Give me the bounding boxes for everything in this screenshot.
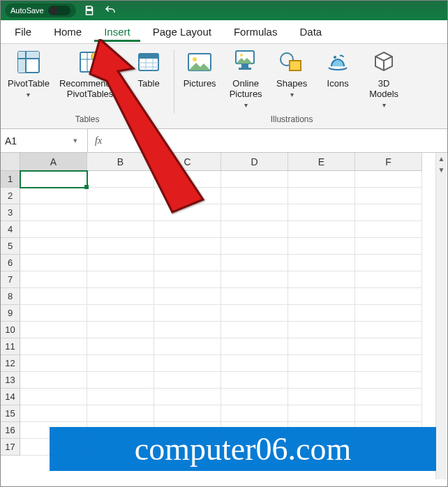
cell[interactable] (288, 372, 355, 389)
col-header-A[interactable]: A (20, 153, 87, 171)
vertical-scrollbar[interactable]: ▲ ▼ (435, 153, 447, 479)
recommended-pivottables-button[interactable]: Recommended PivotTables (59, 48, 121, 100)
cell[interactable] (87, 338, 154, 355)
cell[interactable] (154, 238, 221, 255)
cell[interactable] (154, 405, 221, 422)
cell[interactable] (288, 338, 355, 355)
tab-formulas[interactable]: Formulas (224, 22, 288, 42)
cell[interactable] (288, 271, 355, 288)
cell[interactable] (87, 288, 154, 305)
cell[interactable] (20, 405, 87, 422)
tab-data[interactable]: Data (290, 22, 331, 42)
save-icon[interactable] (82, 3, 97, 18)
cell[interactable] (221, 188, 288, 204)
cell[interactable] (221, 389, 288, 405)
row-header[interactable]: 12 (1, 355, 20, 372)
cell[interactable] (355, 338, 422, 355)
row-header[interactable]: 16 (1, 422, 20, 439)
3d-models-button[interactable]: 3D Models ▾ (366, 48, 402, 109)
pivottable-button[interactable]: PivotTable ▾ (8, 48, 50, 100)
cell[interactable] (154, 188, 221, 204)
icons-button[interactable]: Icons (320, 48, 356, 109)
cell[interactable] (154, 338, 221, 355)
cell[interactable] (87, 204, 154, 221)
cell[interactable] (87, 171, 154, 188)
cell[interactable] (221, 305, 288, 322)
cell[interactable] (288, 238, 355, 255)
cell[interactable] (221, 338, 288, 355)
table-button[interactable]: Table (130, 48, 167, 100)
cell[interactable] (221, 372, 288, 389)
cell[interactable] (20, 322, 87, 338)
cell[interactable] (288, 171, 355, 188)
cell[interactable] (154, 204, 221, 221)
row-header[interactable]: 14 (1, 389, 20, 405)
col-header-F[interactable]: F (355, 153, 422, 171)
tab-file[interactable]: File (5, 22, 41, 42)
cell[interactable] (20, 271, 87, 288)
fx-icon[interactable]: fx (88, 135, 109, 147)
cell[interactable] (87, 372, 154, 389)
row-header[interactable]: 8 (1, 288, 20, 305)
row-header[interactable]: 9 (1, 305, 20, 322)
cell[interactable] (288, 305, 355, 322)
cell[interactable] (288, 322, 355, 338)
cell[interactable] (20, 305, 87, 322)
cell[interactable] (20, 355, 87, 372)
cell[interactable] (154, 355, 221, 372)
cell[interactable] (288, 221, 355, 238)
cell[interactable] (87, 238, 154, 255)
cell[interactable] (20, 171, 87, 188)
pictures-button[interactable]: Pictures (181, 48, 218, 109)
online-pictures-button[interactable]: Online Pictures ▾ (227, 48, 264, 109)
cell[interactable] (87, 389, 154, 405)
row-header[interactable]: 2 (1, 188, 20, 204)
cell[interactable] (221, 288, 288, 305)
cell[interactable] (355, 238, 422, 255)
cell[interactable] (221, 221, 288, 238)
cell[interactable] (20, 338, 87, 355)
cell[interactable] (154, 372, 221, 389)
row-header[interactable]: 1 (1, 171, 20, 188)
cell[interactable] (355, 305, 422, 322)
col-header-E[interactable]: E (288, 153, 355, 171)
row-header[interactable]: 6 (1, 255, 20, 271)
cell[interactable] (288, 389, 355, 405)
cell[interactable] (221, 271, 288, 288)
shapes-button[interactable]: Shapes ▾ (274, 48, 310, 109)
cell[interactable] (20, 204, 87, 221)
cell[interactable] (87, 355, 154, 372)
cell[interactable] (355, 288, 422, 305)
cell[interactable] (221, 355, 288, 372)
select-all-corner[interactable] (1, 153, 20, 171)
cell[interactable] (154, 305, 221, 322)
cell[interactable] (20, 389, 87, 405)
cell[interactable] (20, 221, 87, 238)
cell[interactable] (87, 322, 154, 338)
row-header[interactable]: 13 (1, 372, 20, 389)
cell[interactable] (355, 405, 422, 422)
cell[interactable] (288, 355, 355, 372)
cell[interactable] (288, 288, 355, 305)
scroll-down-icon[interactable]: ▼ (436, 164, 447, 175)
cell[interactable] (221, 322, 288, 338)
tab-page-layout[interactable]: Page Layout (143, 22, 221, 42)
row-header[interactable]: 5 (1, 238, 20, 255)
cell[interactable] (87, 188, 154, 204)
col-header-B[interactable]: B (87, 153, 154, 171)
cell[interactable] (288, 255, 355, 271)
cell[interactable] (20, 288, 87, 305)
cell[interactable] (355, 271, 422, 288)
cell[interactable] (355, 188, 422, 204)
tab-home[interactable]: Home (44, 22, 91, 42)
cell[interactable] (355, 255, 422, 271)
cell[interactable] (20, 372, 87, 389)
cell[interactable] (355, 171, 422, 188)
row-header[interactable]: 17 (1, 439, 20, 456)
cell[interactable] (288, 188, 355, 204)
cell[interactable] (154, 322, 221, 338)
cell[interactable] (154, 288, 221, 305)
col-header-C[interactable]: C (154, 153, 221, 171)
col-header-D[interactable]: D (221, 153, 288, 171)
row-header[interactable]: 10 (1, 322, 20, 338)
